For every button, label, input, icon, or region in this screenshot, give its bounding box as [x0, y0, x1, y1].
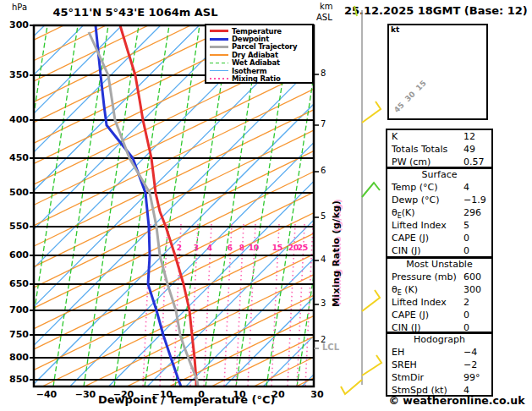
sounding-chart-page: hPa 45°11'N 5°43'E 1064m ASL km ASL 25.1… — [0, 0, 532, 411]
legend-item-label: Mixing Ratio — [232, 74, 281, 83]
legend-line-sample — [210, 46, 228, 48]
mixing-ratio-value-label: 15 — [272, 244, 283, 252]
table-row-value: −2 — [463, 359, 477, 371]
wind-barb — [362, 183, 380, 197]
table-row: StmDir99° — [387, 371, 491, 384]
km-tick-label: 4 — [321, 255, 326, 264]
wind-barb — [354, 6, 357, 16]
table-row-value: 2 — [463, 296, 469, 309]
table-row-value: 4 — [463, 181, 469, 194]
pressure-tick-label: 700 — [3, 305, 29, 315]
table-row: K12 — [387, 130, 491, 143]
x-axis-title: Dewpoint / Temperature (°C) — [98, 394, 267, 405]
table-row-label: K — [392, 130, 398, 143]
legend-item: Mixing Ratio — [210, 74, 312, 82]
mixing-ratio-value-label: 25 — [298, 244, 309, 252]
wind-barb — [341, 380, 362, 394]
km-tick-label: 7 — [321, 120, 326, 129]
pressure-tick-label: 650 — [3, 279, 29, 288]
parcel_trajectory-curve — [89, 32, 198, 386]
legend-line-sample — [210, 54, 228, 56]
mixing-ratio-axis-label: Mixing Ratio (g/kg) — [332, 200, 341, 307]
legend-item: Wet Adiabat — [210, 59, 312, 67]
table-row: θE(K)296 — [387, 206, 491, 219]
table-row: PW (cm)0.57 — [387, 156, 491, 168]
pressure-tick-label: 600 — [3, 250, 29, 260]
table-row: EH−4 — [387, 346, 491, 359]
pressure-tick-label: 750 — [3, 330, 29, 339]
temperature-tick-label: −30 — [75, 390, 96, 399]
pressure-tick-label: 450 — [3, 153, 29, 162]
hodograph-unit-label: kt — [391, 26, 399, 34]
lcl-label: LCL — [322, 343, 339, 352]
km-tick-label: 6 — [321, 167, 326, 175]
legend-item: Isotherm — [210, 67, 312, 74]
table-row-value: 5 — [463, 219, 469, 232]
table-row-label: StmDir — [392, 371, 424, 384]
table-section-title: Hodograph — [387, 334, 491, 346]
mixing-ratio-value-label: 6 — [228, 244, 233, 252]
legend-line-sample — [210, 78, 228, 79]
table-row: Lifted Index5 — [387, 219, 491, 232]
wind-barb — [362, 101, 381, 123]
table-row-label: Pressure (mb) — [392, 271, 457, 283]
table-row-value: 0.57 — [463, 156, 485, 168]
wind-barb — [362, 290, 380, 311]
legend-item: Temperature — [210, 27, 312, 35]
indices-table: K12Totals Totals49PW (cm)0.57 — [386, 129, 493, 168]
table-row-value: −1.9 — [463, 194, 486, 206]
table-section-title: Most Unstable — [387, 259, 491, 271]
km-tick-label: 8 — [321, 69, 326, 78]
mixing-ratio-value-label: 4 — [207, 244, 212, 252]
indices-table: SurfaceTemp (°C)4Dewp (°C)−1.9θE(K)296Li… — [386, 167, 493, 258]
table-row-value: 300 — [463, 283, 481, 296]
legend: TemperatureDewpointParcel TrajectoryDry … — [205, 24, 314, 84]
table-row: Dewp (°C)−1.9 — [387, 194, 491, 206]
table-section-title: Surface — [387, 169, 491, 181]
table-row: Totals Totals49 — [387, 143, 491, 156]
table-row: Temp (°C)4 — [387, 181, 491, 194]
table-row-value: 99° — [463, 371, 480, 384]
pressure-tick-label: 500 — [3, 188, 29, 197]
table-row-value: 296 — [463, 206, 481, 219]
table-row-label: EH — [392, 346, 404, 359]
km-tick-label: 5 — [321, 212, 326, 221]
indices-table: HodographEH−4SREH−2StmDir99°StmSpd (kt)4 — [386, 332, 493, 397]
mixing-ratio-value-label: 10 — [249, 244, 260, 252]
indices-table: Most UnstablePressure (mb)600θE (K)300Li… — [386, 257, 493, 333]
table-row-value: 0 — [463, 309, 469, 321]
table-row: Pressure (mb)600 — [387, 271, 491, 283]
pressure-tick-label: 850 — [3, 375, 29, 384]
legend-item: Dry Adiabat — [210, 51, 312, 58]
table-row-label: Lifted Index — [392, 219, 447, 232]
legend-line-sample — [210, 63, 228, 64]
table-row-label: CAPE (J) — [392, 232, 429, 244]
table-row-label: SREH — [392, 359, 417, 371]
table-row-label: CAPE (J) — [392, 309, 429, 321]
table-row: SREH−2 — [387, 359, 491, 371]
pressure-tick-label: 400 — [3, 115, 29, 124]
table-row: CAPE (J)0 — [387, 309, 491, 321]
pressure-tick-label: 800 — [3, 353, 29, 362]
table-row-label: CIN (J) — [392, 244, 420, 257]
table-row-label: Temp (°C) — [392, 181, 438, 194]
legend-item: Dewpoint — [210, 35, 312, 42]
km-tick-label: 3 — [321, 299, 326, 308]
legend-item: Parcel Trajectory — [210, 43, 312, 51]
legend-line-sample — [210, 38, 228, 41]
table-row: CIN (J)0 — [387, 244, 491, 257]
mixing-ratio-value-label: 8 — [239, 244, 244, 252]
table-row-value: 0 — [463, 232, 469, 244]
table-row-value: 12 — [463, 130, 475, 143]
table-row-label: Totals Totals — [392, 143, 447, 156]
temperature-tick-label: 30 — [310, 390, 323, 399]
temperature-curve — [120, 25, 196, 386]
table-row: CAPE (J)0 — [387, 232, 491, 244]
table-row-value: −4 — [463, 346, 477, 359]
pressure-tick-label: 350 — [3, 70, 29, 79]
table-row-value: 0 — [463, 244, 469, 257]
sounding-curves — [89, 25, 198, 386]
table-row-value: 600 — [463, 271, 481, 283]
table-row-label: Dewp (°C) — [392, 194, 439, 206]
legend-line-sample — [210, 30, 228, 32]
